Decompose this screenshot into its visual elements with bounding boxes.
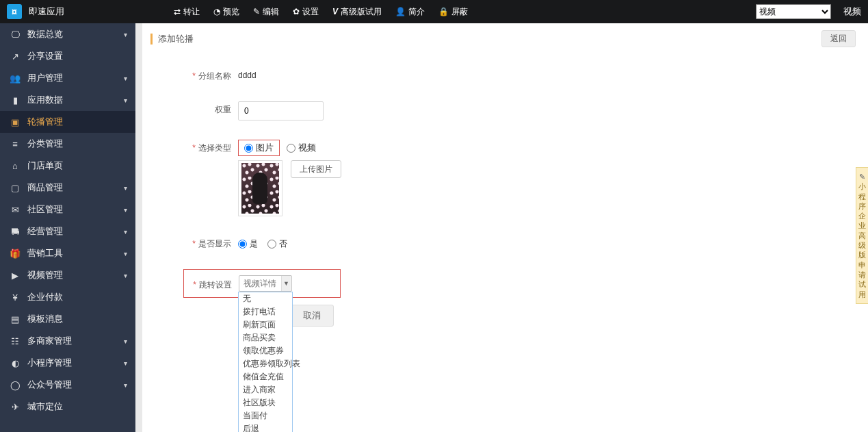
topbar-action-label: 高级版试用 — [341, 6, 382, 18]
topbar-action-label: 设置 — [302, 6, 319, 18]
topbar-action-settings[interactable]: ✿ 设置 — [293, 6, 319, 18]
topbar-action-profile[interactable]: 👤 简介 — [395, 6, 425, 18]
topbar-action-label: 简介 — [408, 6, 425, 18]
topbar-action-label: 转让 — [183, 6, 200, 18]
top-select[interactable]: 视频 — [756, 4, 831, 19]
topbar-actions: ⇄ 转让 ◔ 预览 ✎ 编辑 ✿ 设置 V 高级版试用 👤 简介 🔒 屏蔽 — [174, 6, 468, 18]
logo: ¤ — [7, 4, 22, 19]
bold-v-icon: V — [332, 7, 338, 16]
topbar-action-label: 屏蔽 — [451, 6, 468, 18]
gear-icon: ✿ — [293, 7, 300, 16]
topbar-right: 视频 视频 — [756, 4, 861, 19]
edit-icon: ✎ — [253, 7, 260, 16]
topbar-action-block[interactable]: 🔒 屏蔽 — [438, 6, 468, 18]
topbar-action-edit[interactable]: ✎ 编辑 — [253, 6, 279, 18]
app-name: 即速应用 — [29, 5, 64, 18]
topbar-action-transfer[interactable]: ⇄ 转让 — [174, 6, 200, 18]
top-right-label: 视频 — [843, 5, 861, 18]
topbar-action-premium-trial[interactable]: V 高级版试用 — [332, 6, 382, 18]
topbar-action-label: 编辑 — [263, 6, 279, 18]
user-icon: 👤 — [395, 7, 406, 16]
swap-icon: ⇄ — [174, 7, 181, 16]
topbar-action-preview[interactable]: ◔ 预览 — [213, 6, 239, 18]
clock-icon: ◔ — [213, 7, 220, 16]
topbar-action-label: 预览 — [223, 6, 239, 18]
lock-icon: 🔒 — [438, 7, 449, 16]
topbar: ¤ 即速应用 ⇄ 转让 ◔ 预览 ✎ 编辑 ✿ 设置 V 高级版试用 👤 简介 … — [0, 0, 868, 23]
